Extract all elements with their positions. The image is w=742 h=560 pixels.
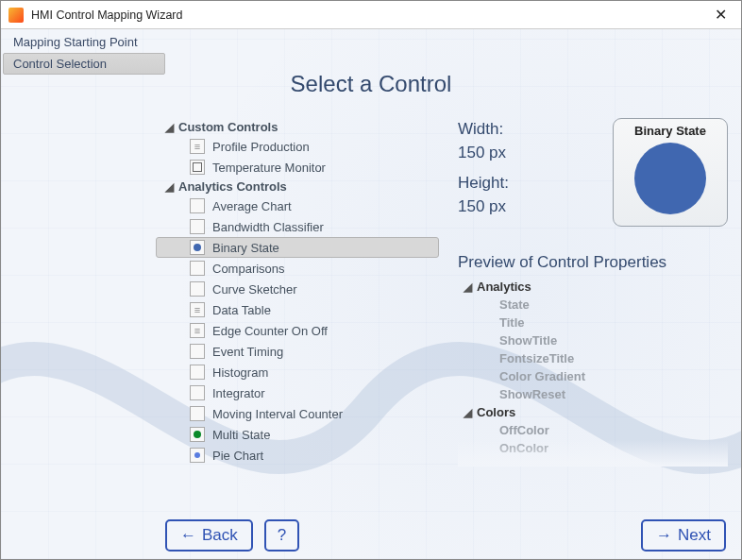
next-button[interactable]: → Next [641, 519, 726, 552]
prop-item-title[interactable]: Title [458, 314, 728, 331]
content: Select a Control ◢ Custom Controls Profi… [1, 29, 741, 559]
back-button[interactable]: ← Back [165, 519, 253, 552]
right-column: Width: 150 px Height: 150 px Binary Stat… [458, 118, 741, 467]
next-label: Next [678, 526, 711, 545]
help-label: ? [278, 526, 286, 545]
prop-item-colorgradient[interactable]: Color Gradient [458, 367, 728, 385]
curve-sketcher-icon [190, 281, 205, 297]
properties-tree[interactable]: ◢ Analytics State Title ShowTitle Fontsi… [458, 278, 728, 467]
properties-header: Preview of Control Properties [458, 253, 728, 272]
help-button[interactable]: ? [264, 519, 299, 552]
tree-item-label: Temperature Monitor [212, 161, 326, 175]
tree-item-binary-state[interactable]: Binary State [156, 237, 439, 258]
tree-item-pie-chart[interactable]: Pie Chart [156, 445, 439, 466]
tree-item-label: Data Table [212, 303, 271, 317]
tree-item-event-timing[interactable]: Event Timing [156, 341, 439, 362]
dimension-labels: Width: 150 px Height: 150 px [458, 118, 509, 227]
prop-group-label: Colors [477, 405, 515, 419]
average-chart-icon [190, 198, 205, 213]
height-value: 150 px [458, 195, 509, 219]
preview-title: Binary State [634, 124, 706, 138]
tree-item-label: Multi State [212, 428, 270, 442]
control-tree[interactable]: ◢ Custom Controls Profile Production Tem… [156, 118, 439, 467]
binary-state-icon [190, 240, 205, 255]
data-table-icon [190, 302, 205, 317]
tree-item-edge-counter-on-off[interactable]: Edge Counter On Off [156, 320, 439, 341]
tree-item-bandwidth-classifier[interactable]: Bandwidth Classifier [156, 216, 439, 237]
window: HMI Control Mapping Wizard ✕ Mapping Sta… [0, 0, 742, 560]
event-timing-icon [190, 344, 205, 359]
body: Mapping Starting Point Control Selection… [1, 29, 741, 559]
histogram-icon [190, 365, 205, 380]
tree-item-histogram[interactable]: Histogram [156, 362, 439, 382]
preview-box: Binary State [613, 118, 728, 227]
tree-item-label: Integrator [212, 386, 265, 400]
tree-item-label: Event Timing [212, 345, 283, 359]
chevron-down-icon: ◢ [165, 121, 178, 134]
step-control-selection[interactable]: Control Selection [3, 53, 165, 75]
moving-interval-counter-icon [190, 406, 205, 421]
tree-item-curve-sketcher[interactable]: Curve Sketcher [156, 279, 439, 299]
tree-item-label: Moving Interval Counter [212, 407, 343, 421]
tree-group-label: Analytics Controls [178, 179, 287, 194]
back-label: Back [202, 526, 238, 545]
multi-state-icon [190, 427, 205, 442]
pie-chart-icon [190, 448, 205, 463]
edge-counter-icon [190, 323, 205, 338]
tree-item-moving-interval-counter[interactable]: Moving Interval Counter [156, 403, 439, 424]
main-row: ◢ Custom Controls Profile Production Tem… [1, 118, 741, 467]
wizard-steps: Mapping Starting Point Control Selection [3, 31, 165, 75]
height-label: Height: [458, 172, 509, 195]
tree-item-temperature-monitor[interactable]: Temperature Monitor [156, 157, 439, 178]
tree-item-profile-production[interactable]: Profile Production [156, 136, 439, 157]
profile-production-icon [190, 139, 205, 154]
step-mapping-starting-point[interactable]: Mapping Starting Point [3, 31, 165, 53]
chevron-down-icon: ◢ [165, 180, 178, 194]
tree-item-label: Edge Counter On Off [212, 324, 328, 338]
tree-item-comparisons[interactable]: Comparisons [156, 258, 439, 279]
prop-item-oncolor[interactable]: OnColor [458, 439, 728, 457]
preview-graphic [634, 143, 706, 214]
prop-item-showreset[interactable]: ShowReset [458, 385, 728, 403]
tree-item-label: Curve Sketcher [212, 282, 297, 297]
tree-item-data-table[interactable]: Data Table [156, 299, 439, 320]
close-button[interactable]: ✕ [700, 6, 741, 24]
tree-item-label: Average Chart [212, 199, 292, 213]
arrow-right-icon: → [656, 526, 672, 545]
integrator-icon [190, 385, 205, 400]
prop-item-fontsizetitle[interactable]: FontsizeTitle [458, 349, 728, 367]
tree-group-analytics-controls[interactable]: ◢ Analytics Controls [156, 178, 439, 195]
tree-item-label: Profile Production [212, 140, 310, 154]
titlebar: HMI Control Mapping Wizard ✕ [1, 1, 741, 29]
tree-item-label: Pie Chart [212, 449, 263, 463]
prop-item-showtitle[interactable]: ShowTitle [458, 331, 728, 349]
tree-item-multi-state[interactable]: Multi State [156, 424, 439, 445]
footer: ← Back ? → Next [1, 519, 741, 552]
prop-group-label: Analytics [477, 280, 531, 294]
bandwidth-classifier-icon [190, 219, 205, 234]
prop-item-offcolor[interactable]: OffColor [458, 421, 728, 439]
arrow-left-icon: ← [180, 526, 196, 545]
prop-item-state[interactable]: State [458, 296, 728, 314]
tree-item-label: Comparisons [212, 262, 285, 276]
tree-item-average-chart[interactable]: Average Chart [156, 195, 439, 216]
tree-group-custom-controls[interactable]: ◢ Custom Controls [156, 118, 439, 136]
tree-item-label: Binary State [212, 241, 279, 255]
prop-group-colors[interactable]: ◢ Colors [458, 403, 728, 421]
temperature-monitor-icon [190, 160, 205, 175]
window-title: HMI Control Mapping Wizard [31, 8, 700, 22]
width-label: Width: [458, 118, 509, 142]
page-heading: Select a Control [1, 71, 741, 97]
app-icon [8, 8, 24, 23]
dimensions-row: Width: 150 px Height: 150 px Binary Stat… [458, 118, 728, 227]
tree-group-label: Custom Controls [178, 120, 278, 134]
comparisons-icon [190, 261, 205, 276]
prop-group-analytics[interactable]: ◢ Analytics [458, 278, 728, 296]
width-value: 150 px [458, 142, 509, 165]
chevron-down-icon: ◢ [464, 280, 477, 294]
tree-item-label: Histogram [212, 365, 268, 380]
chevron-down-icon: ◢ [464, 406, 477, 419]
tree-item-integrator[interactable]: Integrator [156, 382, 439, 403]
tree-item-label: Bandwidth Classifier [212, 220, 324, 234]
